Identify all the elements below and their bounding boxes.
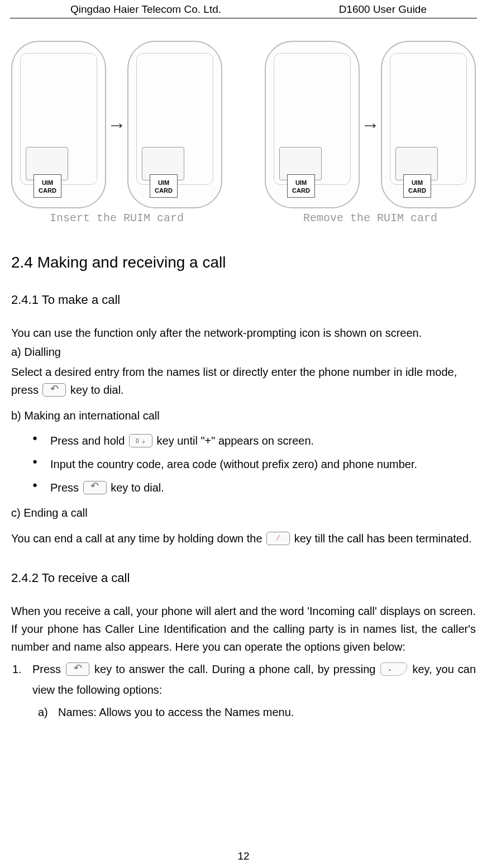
alpha-marker: a) bbox=[38, 703, 48, 722]
list-item: Press key to dial. bbox=[32, 476, 476, 499]
page-header: Qingdao Haier Telecom Co. Ltd. D1600 Use… bbox=[10, 0, 477, 18]
text-item1a: Names: Allows you to access the Names me… bbox=[58, 706, 294, 718]
figure-remove-group: UIM CARD → UIM CARD Remove the RUIM card bbox=[265, 41, 476, 225]
num-marker: 1. bbox=[12, 659, 22, 680]
list-item: 1. Press key to answer the call. During … bbox=[11, 659, 476, 722]
header-doc-title: D1600 User Guide bbox=[339, 3, 427, 16]
zero-key-icon bbox=[129, 434, 152, 447]
heading-2-4: 2.4 Making and receiving a call bbox=[11, 254, 476, 271]
list-item: Input the country code, area code (witho… bbox=[32, 452, 476, 476]
heading-2-4-2: 2.4.2 To receive a call bbox=[11, 571, 476, 585]
label-b-international: b) Making an international call bbox=[11, 407, 476, 425]
phone-diagram-icon: UIM CARD bbox=[11, 41, 106, 208]
para-c-ending: You can end a call at any time by holdin… bbox=[11, 530, 476, 547]
para-242-intro: When you receive a call, your phone will… bbox=[11, 602, 476, 656]
uim-card-label: UIM CARD bbox=[34, 174, 61, 198]
phone-diagram-icon: UIM CARD bbox=[381, 41, 476, 208]
heading-2-4-1: 2.4.1 To make a call bbox=[11, 293, 476, 307]
list-item: a) Names: Allows you to access the Names… bbox=[38, 703, 476, 722]
list-numbered: 1. Press key to answer the call. During … bbox=[11, 659, 476, 722]
text-b1-after: key until "+" appears on screen. bbox=[157, 435, 314, 447]
page-number: 12 bbox=[0, 850, 487, 862]
text-b1-before: Press and hold bbox=[50, 435, 128, 447]
arrow-right-icon: → bbox=[361, 114, 380, 136]
call-key-icon bbox=[66, 662, 89, 676]
figure-caption-remove: Remove the RUIM card bbox=[303, 212, 437, 225]
para-241-intro: You can use the function only after the … bbox=[11, 324, 476, 342]
header-company: Qingdao Haier Telecom Co. Ltd. bbox=[70, 3, 221, 16]
uim-card-label: UIM CARD bbox=[403, 174, 431, 198]
body-content: 2.4 Making and receiving a call 2.4.1 To… bbox=[10, 254, 477, 722]
text-c-before: You can end a call at any time by holdin… bbox=[11, 532, 265, 545]
call-key-icon bbox=[42, 383, 66, 397]
uim-card-label: UIM CARD bbox=[150, 174, 178, 198]
arrow-right-icon: → bbox=[107, 114, 126, 136]
figure-insert-group: UIM CARD → UIM CARD Insert the RUIM card bbox=[11, 41, 222, 225]
uim-card-label: UIM CARD bbox=[287, 174, 315, 198]
list-alpha: a) Names: Allows you to access the Names… bbox=[38, 703, 476, 722]
phone-diagram-icon: UIM CARD bbox=[265, 41, 360, 208]
text-a-after: key to dial. bbox=[70, 384, 124, 396]
label-c-ending: c) Ending a call bbox=[11, 504, 476, 522]
text-item1-mid: key to answer the call. During a phone c… bbox=[94, 663, 379, 675]
para-a-dialling: Select a desired entry from the names li… bbox=[11, 363, 476, 399]
figure-remove-row: UIM CARD → UIM CARD bbox=[265, 41, 476, 208]
list-item: Press and hold key until "+" appears on … bbox=[32, 429, 476, 452]
text-b3-before: Press bbox=[50, 481, 82, 494]
label-a-dialling: a) Dialling bbox=[11, 343, 476, 361]
end-key-icon bbox=[266, 532, 290, 545]
softkey-icon bbox=[380, 662, 407, 676]
list-b-bullets: Press and hold key until "+" appears on … bbox=[32, 429, 476, 499]
figure-caption-insert: Insert the RUIM card bbox=[50, 212, 184, 225]
text-c-after: key till the call has been terminated. bbox=[294, 532, 472, 545]
figure-row: UIM CARD → UIM CARD Insert the RUIM card… bbox=[10, 41, 477, 225]
phone-diagram-icon: UIM CARD bbox=[127, 41, 222, 208]
figure-insert-row: UIM CARD → UIM CARD bbox=[11, 41, 222, 208]
text-item1-before: Press bbox=[32, 663, 65, 675]
call-key-icon bbox=[83, 481, 107, 494]
text-b3-after: key to dial. bbox=[111, 481, 164, 494]
